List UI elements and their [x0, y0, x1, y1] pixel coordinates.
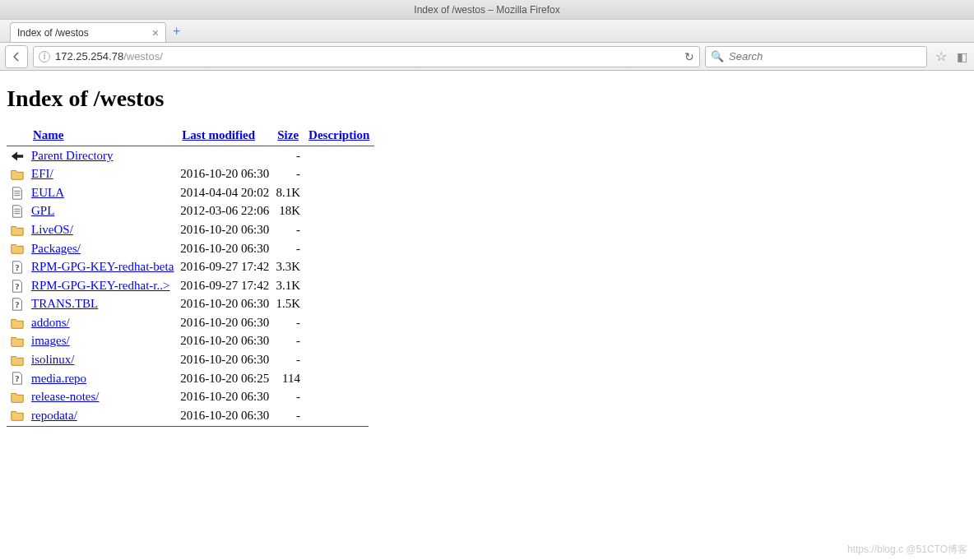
unknown-icon: ?: [7, 257, 28, 276]
file-desc: [304, 239, 374, 258]
file-desc: [304, 332, 374, 351]
file-size: 114: [272, 369, 304, 388]
file-modified: 2016-10-20 06:30: [177, 220, 272, 239]
nav-bar: i 172.25.254.78/westos/ ↻ 🔍 ☆ ◧: [0, 43, 974, 71]
table-row: isolinux/2016-10-20 06:30-: [7, 350, 374, 369]
url-host: 172.25.254.78: [55, 50, 123, 62]
file-desc: [304, 276, 374, 295]
tab-bar: Index of /westos × +: [0, 20, 974, 43]
tab-title: Index of /westos: [17, 27, 149, 39]
file-modified: 2016-10-20 06:30: [177, 313, 272, 332]
file-desc: [304, 257, 374, 276]
file-desc: [304, 146, 374, 165]
file-link[interactable]: Packages/: [31, 242, 81, 255]
file-link[interactable]: EULA: [31, 186, 64, 199]
file-modified: 2016-10-20 06:25: [177, 369, 272, 388]
file-link[interactable]: EFI/: [31, 167, 53, 180]
back-arrow-icon: [11, 51, 22, 62]
file-desc: [304, 183, 374, 202]
file-size: -: [272, 239, 304, 258]
file-link[interactable]: LiveOS/: [31, 223, 73, 236]
file-modified: 2016-09-27 17:42: [177, 257, 272, 276]
col-size[interactable]: Size: [277, 128, 299, 141]
file-link[interactable]: isolinux/: [31, 353, 75, 366]
folder-icon: [7, 387, 28, 406]
folder-icon: [7, 350, 28, 369]
file-link[interactable]: RPM-GPG-KEY-redhat-beta: [31, 260, 174, 273]
reload-icon[interactable]: ↻: [684, 50, 694, 63]
browser-tab[interactable]: Index of /westos ×: [10, 22, 166, 42]
folder-icon: [7, 313, 28, 332]
file-desc: [304, 202, 374, 221]
file-size: 3.3K: [272, 257, 304, 276]
back-button[interactable]: [5, 45, 28, 68]
new-tab-button[interactable]: +: [173, 24, 180, 42]
directory-listing: Name Last modified Size Description Pare…: [7, 125, 374, 424]
folder-icon: [7, 332, 28, 351]
table-row: images/2016-10-20 06:30-: [7, 332, 374, 351]
folder-icon: [7, 220, 28, 239]
text-icon: [7, 183, 28, 202]
file-size: -: [272, 406, 304, 425]
file-size: -: [272, 350, 304, 369]
table-row: ?RPM-GPG-KEY-redhat-beta2016-09-27 17:42…: [7, 257, 374, 276]
table-row: ?TRANS.TBL2016-10-20 06:301.5K: [7, 295, 374, 314]
table-row: ?RPM-GPG-KEY-redhat-r..>2016-09-27 17:42…: [7, 276, 374, 295]
file-modified: 2012-03-06 22:06: [177, 202, 272, 221]
file-size: -: [272, 165, 304, 184]
bookmark-star-icon[interactable]: ☆: [932, 49, 950, 64]
info-icon[interactable]: i: [39, 51, 50, 62]
sidebar-toggle-icon[interactable]: ◧: [955, 50, 969, 63]
file-size: -: [272, 387, 304, 406]
table-row: release-notes/2016-10-20 06:30-: [7, 387, 374, 406]
file-desc: [304, 406, 374, 425]
col-name[interactable]: Name: [33, 128, 64, 141]
file-link[interactable]: repodata/: [31, 409, 77, 422]
page-title: Index of /westos: [7, 86, 967, 112]
url-bar[interactable]: i 172.25.254.78/westos/ ↻: [33, 46, 700, 67]
file-link[interactable]: media.repo: [31, 372, 86, 385]
file-modified: 2016-10-20 06:30: [177, 295, 272, 314]
folder-icon: [7, 165, 28, 184]
folder-icon: [7, 406, 28, 425]
url-path: /westos/: [123, 50, 163, 62]
search-input[interactable]: [727, 49, 921, 63]
file-link[interactable]: GPL: [31, 204, 54, 217]
col-modified[interactable]: Last modified: [182, 128, 255, 141]
file-link[interactable]: TRANS.TBL: [31, 297, 98, 310]
search-bar[interactable]: 🔍: [705, 46, 927, 67]
file-link[interactable]: images/: [31, 334, 70, 347]
file-link[interactable]: release-notes/: [31, 390, 99, 403]
file-size: -: [272, 313, 304, 332]
file-modified: 2016-10-20 06:30: [177, 239, 272, 258]
file-size: -: [272, 332, 304, 351]
close-icon[interactable]: ×: [152, 26, 159, 39]
unknown-icon: ?: [7, 295, 28, 314]
file-link[interactable]: addons/: [31, 316, 70, 329]
table-row: Parent Directory-: [7, 146, 374, 165]
window-title: Index of /westos – Mozilla Firefox: [0, 0, 974, 20]
table-row: EFI/2016-10-20 06:30-: [7, 165, 374, 184]
file-desc: [304, 165, 374, 184]
table-row: addons/2016-10-20 06:30-: [7, 313, 374, 332]
file-size: 8.1K: [272, 183, 304, 202]
file-size: 1.5K: [272, 295, 304, 314]
file-size: 3.1K: [272, 276, 304, 295]
file-link[interactable]: Parent Directory: [31, 149, 114, 162]
table-row: ?media.repo2016-10-20 06:25114: [7, 369, 374, 388]
file-desc: [304, 313, 374, 332]
table-row: GPL2012-03-06 22:0618K: [7, 202, 374, 221]
file-desc: [304, 369, 374, 388]
file-modified: 2016-10-20 06:30: [177, 387, 272, 406]
file-desc: [304, 295, 374, 314]
file-link[interactable]: RPM-GPG-KEY-redhat-r..>: [31, 279, 169, 292]
svg-text:?: ?: [16, 374, 20, 383]
file-modified: [177, 146, 272, 165]
back-icon: [7, 146, 28, 165]
col-desc[interactable]: Description: [308, 128, 369, 141]
text-icon: [7, 202, 28, 221]
file-size: -: [272, 220, 304, 239]
file-modified: 2016-10-20 06:30: [177, 350, 272, 369]
file-size: -: [272, 146, 304, 165]
unknown-icon: ?: [7, 276, 28, 295]
